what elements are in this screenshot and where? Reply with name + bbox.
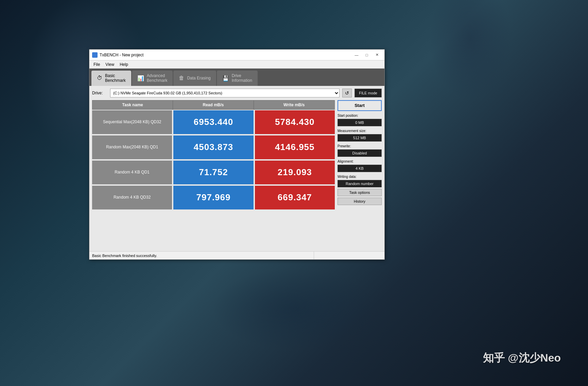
drive-icon: 💾 (222, 75, 229, 81)
app-icon (92, 52, 98, 58)
statusbar: Basic Benchmark finished successfully. (89, 251, 384, 259)
prewrite-value: Disabled (338, 149, 382, 157)
erase-icon: 🗑 (179, 75, 184, 81)
header-write: Write mB/s (254, 100, 334, 109)
read-value-random-4kb-qd32: 797.969 (173, 186, 253, 209)
read-value-sequential: 6953.440 (173, 110, 253, 134)
status-text: Basic Benchmark finished successfully. (92, 254, 314, 258)
alignment-label: Alignment: (338, 160, 382, 163)
writing-data-value: Random number (338, 180, 382, 187)
benchmark-table: Task name Read mB/s Write mB/s Sequentia… (92, 100, 335, 249)
benchmark-rows: Sequential Max(2048 KB) QD32 6953.440 57… (92, 110, 335, 249)
drive-select[interactable]: (C:) NVMe Seagate FireCuda 930.02 GB (1,… (110, 89, 340, 97)
table-header: Task name Read mB/s Write mB/s (92, 100, 335, 110)
writing-data-label: Writing data: (338, 175, 382, 179)
alignment-value: 4 KB (338, 165, 382, 172)
task-options-button[interactable]: Task options (338, 189, 382, 196)
write-value-random-4kb-qd32: 669.347 (255, 186, 335, 209)
tab-basic-label: Basic Benchmark (105, 73, 126, 83)
window-title: TxBENCH - New project (100, 53, 352, 57)
tab-drive-information[interactable]: 💾 Drive Information (217, 71, 258, 86)
refresh-button[interactable]: ↺ (342, 89, 352, 97)
task-name-sequential: Sequential Max(2048 KB) QD32 (92, 110, 172, 134)
content-area: Drive: (C:) NVMe Seagate FireCuda 930.02… (89, 86, 384, 251)
menubar: File View Help (89, 60, 384, 69)
menu-file[interactable]: File (91, 61, 103, 68)
minimize-button[interactable]: — (352, 52, 361, 58)
header-task-name: Task name (92, 100, 173, 109)
status-right (314, 252, 382, 259)
write-value-sequential: 5784.430 (255, 110, 335, 134)
tab-basic-benchmark[interactable]: ⏱ Basic Benchmark (91, 71, 131, 86)
clock-icon: ⏱ (97, 75, 102, 81)
prewrite-label: Prewrite: (338, 144, 382, 148)
tab-advanced-label: Advanced Benchmark (147, 73, 168, 83)
start-position-label: Start position: (338, 114, 382, 117)
close-button[interactable]: ✕ (372, 52, 382, 58)
bar-chart-icon: 📊 (137, 75, 144, 81)
table-row: Random Max(2048 KB) QD1 4503.873 4146.95… (92, 135, 335, 159)
watermark: 知乎 @沈少Neo (483, 351, 561, 366)
task-name-random-4kb-qd1: Random 4 KB QD1 (92, 161, 172, 184)
task-name-random-4kb-qd32: Random 4 KB QD32 (92, 186, 172, 209)
history-button[interactable]: History (338, 198, 382, 205)
table-row: Random 4 KB QD32 797.969 669.347 (92, 186, 335, 209)
titlebar: TxBENCH - New project — □ ✕ (89, 50, 384, 60)
task-name-random-max-qd1: Random Max(2048 KB) QD1 (92, 135, 172, 159)
drive-label: Drive: (92, 91, 107, 95)
header-read: Read mB/s (173, 100, 254, 109)
table-row: Random 4 KB QD1 71.752 219.093 (92, 161, 335, 184)
measurement-size-value: 512 MB (338, 134, 382, 142)
menu-help[interactable]: Help (117, 61, 131, 68)
right-panel: Start Start position: 0 MB Measurement s… (338, 100, 382, 249)
measurement-size-label: Measurement size: (338, 129, 382, 133)
tab-erasing-label: Data Erasing (187, 76, 210, 80)
window-controls: — □ ✕ (352, 52, 382, 58)
write-value-random-4kb-qd1: 219.093 (255, 161, 335, 184)
table-row: Sequential Max(2048 KB) QD32 6953.440 57… (92, 110, 335, 134)
file-mode-button[interactable]: FILE mode (354, 89, 382, 97)
start-position-value: 0 MB (338, 119, 382, 126)
read-value-random-max-qd1: 4503.873 (173, 135, 253, 159)
maximize-button[interactable]: □ (362, 52, 371, 58)
tab-drive-label: Drive Information (232, 73, 252, 83)
application-window: TxBENCH - New project — □ ✕ File View He… (89, 49, 385, 260)
write-value-random-max-qd1: 4146.955 (255, 135, 335, 159)
tab-data-erasing[interactable]: 🗑 Data Erasing (173, 71, 216, 86)
drive-row: Drive: (C:) NVMe Seagate FireCuda 930.02… (92, 89, 382, 97)
tab-advanced-benchmark[interactable]: 📊 Advanced Benchmark (132, 71, 173, 86)
menu-view[interactable]: View (103, 61, 117, 68)
start-button[interactable]: Start (338, 100, 382, 111)
read-value-random-4kb-qd1: 71.752 (173, 161, 253, 184)
main-area: Task name Read mB/s Write mB/s Sequentia… (92, 100, 382, 249)
tabbar: ⏱ Basic Benchmark 📊 Advanced Benchmark 🗑… (89, 69, 384, 86)
